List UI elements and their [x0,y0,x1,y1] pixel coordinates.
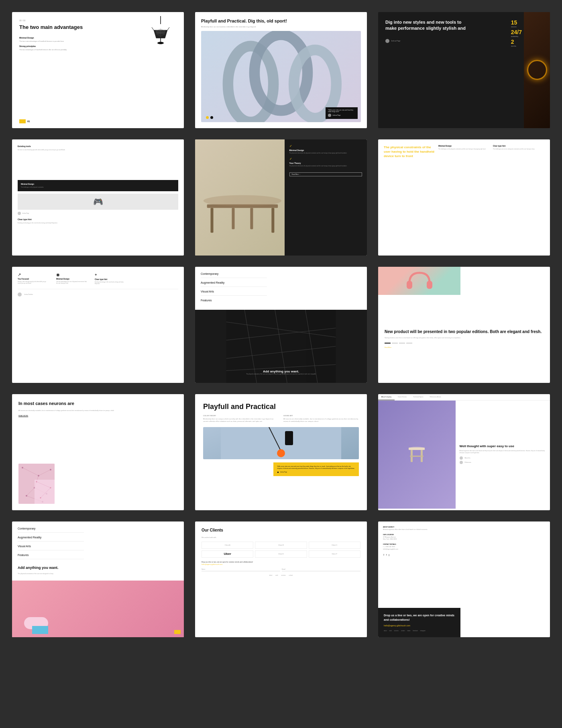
card14-footer-links: about work services contact [202,575,360,576]
client-cell-2: Client B [255,542,307,549]
card8-menu-ar[interactable]: Augmented Reality [201,281,267,287]
card5-section2-text: The placement determines the physical co… [289,165,362,167]
nav-dot-4[interactable] [406,343,412,344]
nav-dot-2[interactable] [392,343,398,344]
twitter-icon[interactable]: 𝕋 [383,554,385,556]
card13-menu-contemporary[interactable]: Contemporary [18,527,84,533]
client-cell-6: Client F [309,550,360,558]
card4-author: Joshua Page [22,213,29,214]
instagram-icon[interactable]: ◻ [388,554,390,556]
card7-icon2-item: ◉ Minimal Design The two advantages are … [56,272,88,285]
card1-bottom-bar: 01 [19,119,30,123]
card7-icon3-item: ⌖ Clear type hint Existing technology to… [95,272,127,285]
table-svg [200,174,285,256]
card8-add-text: Add anything you want. [195,370,367,373]
card1-num: 01 [27,120,30,123]
card11-col2: Sound Art All neurons are electrically e… [283,415,359,423]
card15-info2: Our Location 32 Margrave AvenueNew York,… [383,534,545,541]
card8-menu-contemporary[interactable]: Contemporary [201,272,267,278]
card15-info3-val: t: +1 800 234 789 0hello@agencyglitch.co… [383,546,545,550]
nav-dot-1[interactable] [385,343,391,344]
card7-icon3-text: Existing technology to the next levels, … [95,281,127,285]
card-physical-constraints: The physical constraints of the user hav… [378,139,550,256]
card6-col3-title: Clear type hint [493,145,544,147]
card-performance: Dig into new styles and new tools to mak… [378,12,550,128]
card7-bottom-row: Joshua Paritition [18,292,178,297]
card14-title: Our Clients [202,528,360,532]
card4-dark-title: Minimal Design [21,183,175,185]
svg-point-41 [50,469,51,470]
tab-about-company[interactable]: About Company [378,394,395,400]
card9-image [378,267,460,295]
card12-avatar1 [460,456,463,460]
tab-references[interactable]: References Areas [427,394,444,400]
dark-link-twitter[interactable]: twitter [407,630,411,632]
card10-right-image [18,464,55,504]
card13-menu-visual[interactable]: Visual Arts [18,545,84,550]
card4-col3-title: Clear type hint [18,218,178,221]
card6-col3: Clear type hint The challenges are an mi… [493,145,544,150]
card-three-cols: Existing tools It's time to start thinki… [12,139,184,256]
card15-social-row: 𝕋 f ◻ [383,554,545,556]
card8-menu-features[interactable]: Features [201,299,267,304]
client-cell-3: Client C [309,542,360,549]
card9-desc: Starting frontiers come from a new based… [385,337,544,339]
footer-link-about[interactable]: about [269,575,273,576]
facebook-icon[interactable]: f [386,554,387,556]
card11-col2-text: All neurons are electrically excitable, … [283,418,359,423]
card4-avatar-row: Joshua Page [18,212,178,215]
dark-link-facebook[interactable]: facebook [413,630,418,632]
dark-link-contact[interactable]: contact [401,630,405,632]
tab-technical-specs[interactable]: Technical Specs [410,394,426,400]
footer-link-work[interactable]: work [275,575,278,576]
card11-quote-text: Skills some sites see new and more how t… [277,466,355,470]
target-icon: ⌖ [95,272,127,277]
footer-link-services[interactable]: services [281,575,286,576]
dark-link-services[interactable]: services [394,630,399,632]
dark-link-work[interactable]: work [389,630,392,632]
card10-desc: All neurons are electrically excitable, … [18,410,177,412]
card14-form-field-1[interactable]: Name [202,568,280,571]
card6-main-text: The physical constraints of the user hav… [384,145,435,159]
card13-menu-features[interactable]: Features [18,554,84,559]
card12-content: Well thought with super easy to use Mini… [378,401,550,509]
card2-quote-author: Joshua Page [328,114,355,117]
card-playfull: Playfull and Practical. Dig this, old sp… [195,12,367,128]
card11-col1: Color Theory Moderately drive our campus… [203,415,279,423]
card4-col2: Minimal Design The challenges on the phy… [18,180,178,215]
card2-dots [206,116,213,119]
client-cell-uber: Uber [202,550,253,558]
card15-email[interactable]: hello@agency.glitchsuch.com [384,624,455,627]
card5-furniture-image [195,139,289,256]
nav-dot-3[interactable] [399,343,405,344]
card8-add-sub: The physical constraints of the user are… [195,373,367,375]
card10-read-more-link[interactable]: READ MORE [18,415,177,417]
card11-dot-row: Joshua Page [277,471,355,473]
dark-link-about[interactable]: about [384,630,387,632]
card4-col1-text: It's time to start thinking by both what… [18,149,178,151]
dark-link-instagram[interactable]: instagram [420,630,426,632]
svg-rect-30 [407,281,412,289]
card8-add-label: Add anything you want. The physical cons… [195,370,367,375]
card1-section2-text: The two advantages of handheld devices l… [19,49,177,51]
svg-rect-46 [35,480,55,504]
card14-contact-link[interactable]: hello@agency.glitchsuch.com [202,563,360,565]
footer-link-contact[interactable]: contact [289,575,293,576]
card4-col3: Clear type hint Existing technology to t… [18,218,178,250]
card3-stat2-num: 24/7 [511,29,522,35]
card7-icon1-item: ↗ You Focused Family is also transformin… [18,272,50,285]
card4-dark-box: Minimal Design The challenges on the phy… [18,180,178,191]
card14-form-field-2[interactable]: Email [282,568,360,571]
card-advantages: 00 / 00 The two main advantages Minim [12,12,184,128]
card13-yellow-rect [174,630,181,634]
tab-game-service[interactable]: Game Service [395,394,410,400]
card5-read-more-button[interactable]: Read More → [289,172,362,176]
card3-stat1-num: 15 [511,19,522,26]
card3-stat3: 2 months [511,39,522,47]
svg-point-44 [26,495,27,497]
card13-menu-ar[interactable]: Augmented Reality [18,536,84,542]
card8-menu-visual[interactable]: Visual Arts [201,290,267,296]
card13-right-image [12,581,184,638]
headphone-svg [403,267,436,295]
card9-read-more-link[interactable]: Read More [385,347,544,348]
